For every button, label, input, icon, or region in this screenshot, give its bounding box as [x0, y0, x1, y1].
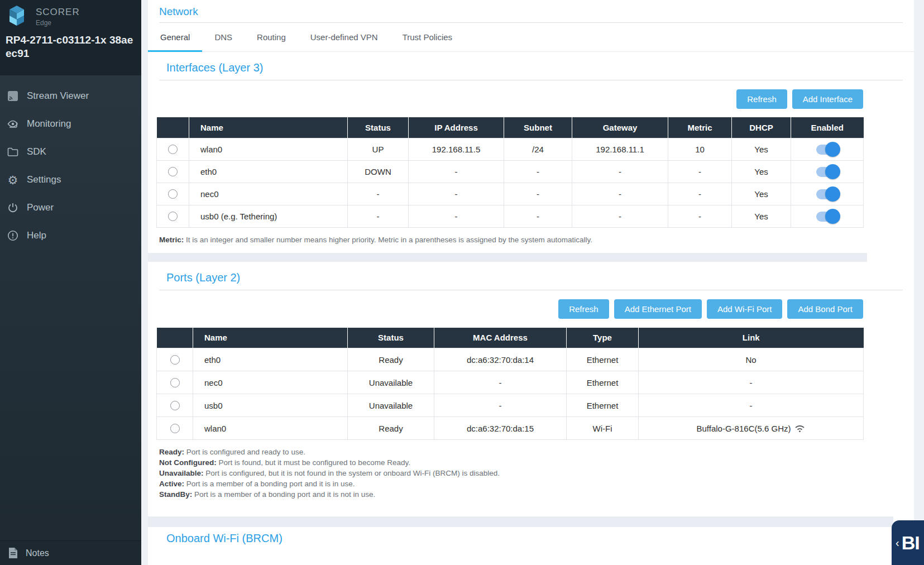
sidebar-item-label: Stream Viewer [27, 90, 89, 102]
sidebar-item-stream-viewer[interactable]: Stream Viewer [0, 82, 141, 110]
metric-note-text: It is an integer and smaller number mean… [184, 236, 592, 244]
table-row: nec0 Unavailable - Ethernet - [157, 371, 864, 394]
col-name: Name [193, 328, 348, 348]
cell-name: eth0 [189, 160, 348, 183]
sidebar-item-label: SDK [27, 146, 46, 157]
cell-name: wlan0 [193, 417, 348, 440]
cell-name: nec0 [193, 371, 348, 394]
sidebar-item-help[interactable]: Help [0, 222, 141, 250]
sidebar-menu: Stream Viewer Monitoring [0, 75, 141, 250]
add-ethernet-port-button[interactable]: Add Ethernet Port [614, 299, 702, 319]
cell-status: - [348, 205, 409, 227]
col-mac: MAC Address [434, 328, 567, 348]
refresh-ports-button[interactable]: Refresh [558, 299, 609, 319]
cell-ip: - [409, 183, 504, 205]
sidebar-item-sdk[interactable]: SDK [0, 138, 141, 166]
ports-toolbar: Refresh Add Ethernet Port Add Wi-Fi Port… [156, 299, 863, 319]
table-row: nec0 - - - - - Yes [157, 183, 864, 205]
cell-link: Buffalo-G-816C(5.6 GHz) [697, 424, 791, 433]
enabled-toggle[interactable] [816, 167, 839, 177]
corner-expand-badge[interactable]: ‹ BI [892, 520, 924, 565]
onboard-wifi-section-title: Onboard Wi-Fi (BRCM) [166, 532, 903, 545]
cell-name: usb0 (e.g. Tethering) [189, 205, 348, 227]
cell-status: - [348, 183, 409, 205]
wifi-signal-icon [794, 424, 805, 433]
cell-gateway: - [572, 160, 668, 183]
monitoring-icon [6, 117, 20, 131]
interfaces-section-title: Interfaces (Layer 3) [166, 61, 903, 74]
cell-ip: - [409, 160, 504, 183]
cell-ip: - [409, 205, 504, 227]
tab-trust-policies[interactable]: Trust Policies [390, 23, 465, 51]
cell-mac: - [434, 394, 567, 417]
row-select-radio[interactable] [168, 189, 178, 199]
add-interface-button[interactable]: Add Interface [792, 89, 863, 109]
enabled-toggle[interactable] [816, 212, 839, 222]
row-select-radio[interactable] [170, 378, 180, 387]
add-bond-port-button[interactable]: Add Bond Port [787, 299, 863, 319]
legend-line: StandBy: Port is a member of a bonding p… [159, 489, 903, 500]
metric-note-label: Metric: [159, 236, 184, 244]
gear-icon: ⚙ [6, 173, 20, 186]
cell-dhcp: Yes [732, 183, 791, 205]
cell-dhcp: Yes [732, 138, 791, 160]
cell-type: Ethernet [567, 371, 639, 394]
sidebar-item-monitoring[interactable]: Monitoring [0, 110, 141, 138]
sidebar-item-label: Help [27, 230, 46, 241]
cell-status: Ready [348, 417, 434, 440]
col-name: Name [189, 117, 348, 138]
tab-routing[interactable]: Routing [245, 23, 298, 51]
cell-metric: - [668, 160, 732, 183]
tab-general[interactable]: General [148, 23, 202, 51]
cell-name: nec0 [189, 183, 348, 205]
cell-type: Ethernet [567, 348, 639, 371]
cell-subnet: - [504, 160, 572, 183]
cell-link: - [639, 394, 864, 417]
cell-link: - [639, 371, 864, 394]
sidebar-item-power[interactable]: Power [0, 194, 141, 222]
cell-type: Ethernet [567, 394, 639, 417]
section-divider [159, 290, 903, 290]
cell-mac: - [434, 371, 567, 394]
cell-type: Wi-Fi [567, 417, 639, 440]
row-select-radio[interactable] [170, 424, 180, 433]
brand-name: SCORER [36, 7, 80, 18]
main-area: Network General DNS Routing User-defined… [141, 0, 924, 565]
table-row: usb0 Unavailable - Ethernet - [157, 394, 864, 417]
row-select-radio[interactable] [168, 212, 178, 221]
cell-ip: 192.168.11.5 [409, 138, 504, 160]
refresh-interfaces-button[interactable]: Refresh [736, 89, 787, 109]
table-row: eth0 Ready dc:a6:32:70:da:14 Ethernet No [157, 348, 864, 371]
power-icon [6, 201, 20, 214]
page-title: Network [159, 6, 903, 18]
enabled-toggle[interactable] [816, 189, 839, 199]
cell-dhcp: Yes [732, 160, 791, 183]
tab-user-defined-vpn[interactable]: User-defined VPN [298, 23, 390, 51]
row-select-radio[interactable] [170, 355, 180, 365]
sidebar-item-notes[interactable]: Notes [0, 540, 141, 565]
cell-gateway: 192.168.11.1 [572, 138, 668, 160]
add-wifi-port-button[interactable]: Add Wi-Fi Port [707, 299, 783, 319]
row-select-radio[interactable] [168, 167, 178, 176]
col-subnet: Subnet [504, 117, 572, 138]
row-select-radio[interactable] [170, 401, 180, 410]
ports-section-title: Ports (Layer 2) [166, 271, 903, 284]
enabled-toggle[interactable] [816, 145, 839, 155]
sidebar-item-settings[interactable]: ⚙ Settings [0, 166, 141, 194]
notes-icon [6, 547, 20, 560]
col-select [157, 328, 193, 348]
cell-status: Ready [348, 348, 434, 371]
cell-metric: - [668, 205, 732, 227]
device-id: RP4-2711-c03112-1x 38aeec91 [6, 33, 136, 60]
help-icon [6, 229, 20, 242]
cell-gateway: - [572, 205, 668, 227]
interfaces-header-row: Name Status IP Address Subnet Gateway Me… [157, 117, 864, 138]
col-metric: Metric [668, 117, 732, 138]
table-row: wlan0 UP 192.168.11.5 /24 192.168.11.1 1… [157, 138, 864, 160]
tab-dns[interactable]: DNS [202, 23, 245, 51]
table-row: usb0 (e.g. Tethering) - - - - - Yes [157, 205, 864, 227]
sidebar: SCORER Edge RP4-2711-c03112-1x 38aeec91 … [0, 0, 141, 565]
cell-dhcp: Yes [732, 205, 791, 227]
tab-bar: General DNS Routing User-defined VPN Tru… [148, 23, 914, 52]
row-select-radio[interactable] [168, 145, 178, 154]
